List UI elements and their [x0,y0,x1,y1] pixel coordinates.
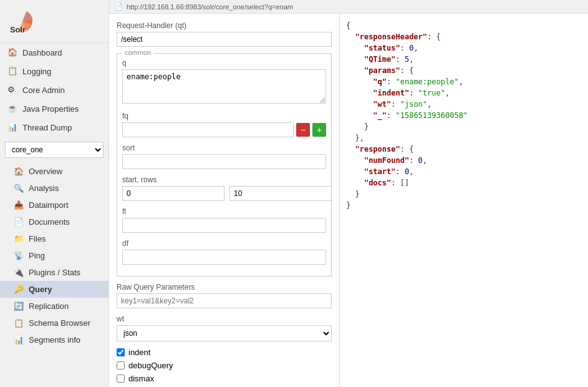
start-input[interactable] [122,186,224,201]
sort-group: sort [122,144,326,169]
svg-text:Solr: Solr [10,25,26,34]
sort-input[interactable] [122,154,326,169]
q-group: q ename:people [122,59,326,105]
sidebar-item-thread-label: Thread Dump [22,123,72,132]
fq-add-button[interactable]: + [312,123,326,137]
core-admin-icon: ⚙ [7,85,17,95]
fq-input[interactable] [122,122,294,137]
sidebar-item-dashboard-label: Dashboard [22,48,62,57]
sidebar-item-plugins[interactable]: 🔌 Plugins / Stats [0,264,108,281]
query-icon: 🔑 [14,285,24,294]
dataimport-label: Dataimport [29,200,69,210]
documents-label: Documents [29,217,70,227]
q-label: q [122,59,326,67]
json-output: { "responseHeader": { "status": 0, "QTim… [346,20,582,211]
java-icon: ☕ [7,104,17,114]
sidebar-item-analysis[interactable]: 🔍 Analysis [0,180,108,197]
url-bar: 📄 http://192.168.1.66:8983/solr/core_one… [109,0,588,14]
query-panel: Request-Handler (qt) common q ename:peop… [109,14,340,387]
indent-checkbox[interactable] [117,348,125,356]
df-label: df [122,239,326,248]
sidebar-item-logging-label: Logging [22,67,51,76]
indent-label: indent [128,348,150,357]
start-rows-inputs [122,186,326,201]
schema-label: Schema Browser [29,318,90,328]
sidebar-item-documents[interactable]: 📄 Documents [0,213,108,230]
schema-icon: 📋 [14,318,24,328]
rows-input[interactable] [229,186,332,201]
sidebar-item-segments-info[interactable]: 📊 Segments info [0,331,108,348]
raw-query-label: Raw Query Parameters [117,283,332,291]
files-icon: 📁 [14,234,24,243]
sidebar-item-dataimport[interactable]: 📥 Dataimport [0,197,108,213]
dismax-checkbox[interactable] [117,375,125,383]
core-selector[interactable]: core_one [5,142,104,158]
sidebar-item-logging[interactable]: 📋 Logging [0,62,108,81]
common-section: common q ename:people fq − + [117,53,332,277]
url-icon: 📄 [114,2,123,11]
debug-query-label: debugQuery [128,361,173,370]
sidebar-item-replication[interactable]: 🔄 Replication [0,298,108,315]
fq-remove-button[interactable]: − [296,123,310,137]
dismax-row: dismax [117,374,332,383]
sidebar-item-core-admin-label: Core Admin [22,86,65,95]
thread-icon: 📊 [7,122,17,132]
analysis-label: Analysis [29,184,59,193]
raw-query-group: Raw Query Parameters [117,283,332,308]
debug-query-checkbox[interactable] [117,361,125,370]
segments-label: Segments info [29,335,80,345]
sidebar-item-overview[interactable]: 🏠 Overview [0,163,108,180]
raw-query-input[interactable] [117,293,332,308]
sidebar-item-thread-dump[interactable]: 📊 Thread Dump [0,118,108,137]
segments-icon: 📊 [14,335,24,345]
replication-icon: 🔄 [14,301,24,311]
files-label: Files [29,234,46,243]
ping-icon: 📡 [14,251,24,260]
content-row: Request-Handler (qt) common q ename:peop… [109,14,588,387]
df-input[interactable] [122,250,326,265]
sidebar-item-core-admin[interactable]: ⚙ Core Admin [0,81,108,99]
request-handler-label: Request-Handler (qt) [117,21,332,30]
solr-logo: Solr [7,6,37,36]
request-handler-group: Request-Handler (qt) [117,21,332,47]
fl-group: fl [122,207,326,233]
common-legend: common [122,49,153,56]
logging-icon: 📋 [7,66,17,76]
fl-label: fl [122,207,326,216]
wt-label: wt [117,315,332,323]
fl-input[interactable] [122,218,326,233]
query-label: Query [29,285,52,294]
plugins-icon: 🔌 [14,268,24,277]
dataimport-icon: 📥 [14,200,24,210]
analysis-icon: 🔍 [14,184,24,193]
dashboard-icon: 🏠 [7,47,17,57]
dismax-label: dismax [128,374,154,383]
sidebar-item-files[interactable]: 📁 Files [0,230,108,247]
start-rows-label: start, rows [122,175,326,184]
request-handler-input[interactable] [117,32,332,47]
url-text: http://192.168.1.66:8983/solr/core_one/s… [127,3,293,11]
main-content: 📄 http://192.168.1.66:8983/solr/core_one… [109,0,588,387]
sidebar-item-ping[interactable]: 📡 Ping [0,247,108,264]
sidebar-item-java-properties[interactable]: ☕ Java Properties [0,99,108,118]
replication-label: Replication [29,301,69,311]
sort-label: sort [122,144,326,152]
sidebar-item-schema-browser[interactable]: 📋 Schema Browser [0,315,108,331]
wt-group: wt json xml csv python ruby php phps vel… [117,315,332,341]
df-group: df [122,239,326,265]
logo-area: Solr [0,0,108,43]
sidebar-item-query[interactable]: 🔑 Query [0,281,108,298]
fq-group: fq − + [122,112,326,137]
start-rows-group: start, rows [122,175,326,201]
result-panel: { "responseHeader": { "status": 0, "QTim… [340,14,588,387]
fq-label: fq [122,112,326,120]
wt-select[interactable]: json xml csv python ruby php phps veloci… [117,325,332,341]
ping-label: Ping [29,251,45,260]
sidebar-item-dashboard[interactable]: 🏠 Dashboard [0,43,108,62]
fq-row: − + [122,122,326,137]
q-input[interactable]: ename:people [122,69,326,104]
sidebar: Solr 🏠 Dashboard 📋 Logging ⚙ Core Admin … [0,0,109,387]
overview-label: Overview [29,167,62,176]
indent-row: indent [117,348,332,357]
debug-query-row: debugQuery [117,361,332,370]
